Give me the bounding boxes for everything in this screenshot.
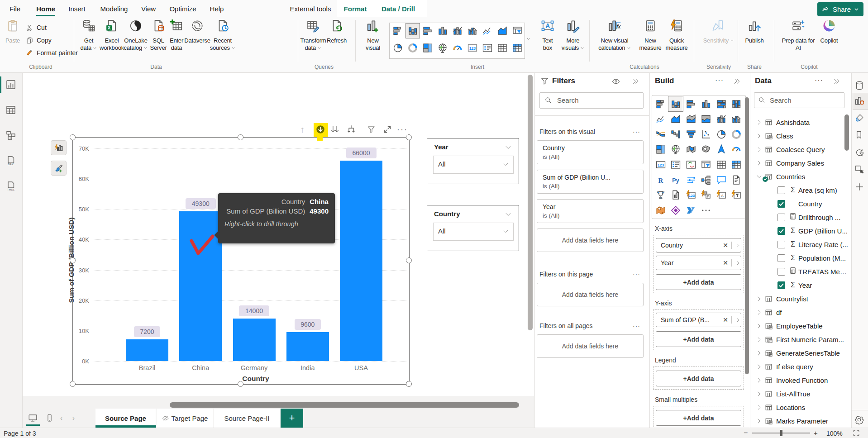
gallery-visual-pie[interactable] [391,41,405,55]
gallery-visual-area[interactable] [496,24,509,38]
build-visual-map[interactable] [668,142,683,157]
add-data-button[interactable]: +Add data [656,410,741,426]
build-visual-amap[interactable] [714,142,729,157]
ribbon-tab-modeling[interactable]: Modeling [100,0,128,17]
filters-section-more-icon[interactable]: ··· [633,128,640,135]
chevron-right-icon[interactable] [756,133,763,139]
chevron-right-icon[interactable] [756,390,763,397]
gallery-visual-donut[interactable] [406,41,420,55]
build-visual-pagreport[interactable] [668,188,683,203]
report-view-icon[interactable] [5,79,16,90]
build-visual-more[interactable] [699,203,713,218]
data-tree-row[interactable]: ΣYear [750,278,849,292]
data-tree-row[interactable]: Coalesce Query [750,143,849,156]
data-scrollbar[interactable] [844,114,849,151]
next-page-icon[interactable]: › [72,414,75,422]
filters-section-more-icon[interactable]: ··· [633,322,640,329]
gallery-visual-sbar[interactable] [391,24,405,38]
data-tree-row[interactable]: List-AllTrue [750,387,849,400]
selection-handle[interactable] [406,381,412,387]
field-expand-icon[interactable] [735,317,741,323]
zoom-slider-thumb[interactable] [780,430,782,436]
gallery-visual-table[interactable] [496,41,509,55]
slicer-year[interactable]: YearAll [427,138,519,184]
field-checkbox[interactable] [777,241,785,248]
field-expand-icon[interactable] [735,260,741,266]
more-visuals-button[interactable]: Morevisuals [551,19,595,52]
data-tree-row[interactable]: Marks Parameter [750,414,849,428]
visual-toolbar-expand-all-icon[interactable] [346,124,357,135]
chevron-right-icon[interactable] [756,350,763,357]
build-visual-cbar[interactable] [684,96,698,111]
build-scrollbar[interactable] [745,97,749,374]
gallery-visual-matrix[interactable] [510,41,524,55]
build-visual-dtree[interactable] [699,172,713,187]
field-checkbox[interactable] [777,254,785,262]
build-visual-smap[interactable] [699,142,713,157]
build-visual-combo1[interactable] [714,112,729,127]
build-visual-waterfall[interactable] [668,127,683,142]
filters-empty-card[interactable]: Add data fields here [537,229,644,252]
ribbon-tab-format[interactable]: Format [344,0,367,17]
gallery-visual-combo1[interactable] [451,24,464,38]
build-visual-combo2[interactable] [729,112,744,127]
gallery-visual-cbar[interactable] [421,24,434,38]
build-more-icon[interactable]: ··· [715,76,724,85]
selection-pane-icon[interactable] [854,165,864,175]
data-tree-row[interactable]: Ashishdata [750,115,849,129]
page-tab-source-page[interactable]: Source Page [95,409,156,428]
data-tree-row[interactable]: ΣGDP (Billion U... [750,224,849,238]
filters-collapse-icon[interactable] [632,77,639,85]
data-tree-row[interactable]: EmployeeTable [750,319,849,333]
publish-button[interactable]: Publish [733,19,776,44]
build-visual-deneb[interactable] [668,203,683,218]
build-visual-py[interactable]: Py [668,172,683,187]
visual-toolbar-go-to-next-level-icon[interactable] [329,124,340,135]
build-visual-qa[interactable] [714,172,729,187]
field-pill-country[interactable]: Country✕ [656,238,741,252]
data-tree-row[interactable]: Drillthrough ... [750,210,849,224]
chevron-right-icon[interactable] [756,404,763,411]
ribbon-tab-help[interactable]: Help [210,0,224,17]
zoom-in-icon[interactable]: + [814,429,818,437]
slicer-chevron-icon[interactable] [505,211,511,218]
data-tree-row[interactable]: Invoked Function [750,373,849,387]
filters-empty-card[interactable]: Add data fields here [537,283,644,306]
build-visual-pauto[interactable] [684,203,698,218]
selection-handle[interactable] [238,381,243,387]
data-tree-row[interactable]: Locations [750,400,849,414]
performance-analyzer-icon[interactable] [854,148,864,157]
data-collapse-icon[interactable] [833,77,840,85]
bookmarks-icon[interactable] [854,130,863,139]
fit-to-page-icon[interactable] [853,429,860,437]
ribbon-tab-file[interactable]: File [10,0,20,17]
data-tree-row[interactable]: Class [750,129,849,143]
new-page-button[interactable]: + [281,409,303,428]
gallery-visual-combo2[interactable] [466,24,479,38]
data-search-box[interactable]: Search [754,92,844,108]
analyze-visual-button[interactable] [51,140,67,155]
copy-button[interactable]: Copy [26,35,52,45]
build-collapse-icon[interactable] [733,77,741,85]
selection-handle[interactable] [70,134,76,140]
new-visual-button[interactable]: Newvisual [351,19,395,52]
build-visual-fmap[interactable] [684,142,698,157]
zoom-out-icon[interactable]: − [744,429,748,437]
build-visual-parea[interactable] [699,112,713,127]
field-checkbox[interactable] [777,186,785,194]
build-visual-param[interactable] [684,172,698,187]
bar-usa[interactable] [340,161,382,361]
build-visual-cfilter[interactable] [729,188,744,203]
data-tree-row[interactable]: Country [750,197,849,210]
chevron-right-icon[interactable] [756,146,763,153]
model-view-icon[interactable] [5,130,16,141]
gallery-visual-treemap[interactable] [421,41,434,55]
add-data-button[interactable]: +Add data [656,371,741,386]
visual-toolbar-up-arrow-icon[interactable]: ↑ [297,124,308,135]
filters-eye-icon[interactable] [612,77,620,86]
chevron-right-icon[interactable] [756,377,763,384]
visual-toolbar-drill-down-icon[interactable] [315,124,326,135]
build-visual-ccol[interactable] [699,96,713,111]
data-tree-row[interactable]: First Numeric Param... [750,333,849,346]
gallery-visual-gauge[interactable] [451,41,464,55]
